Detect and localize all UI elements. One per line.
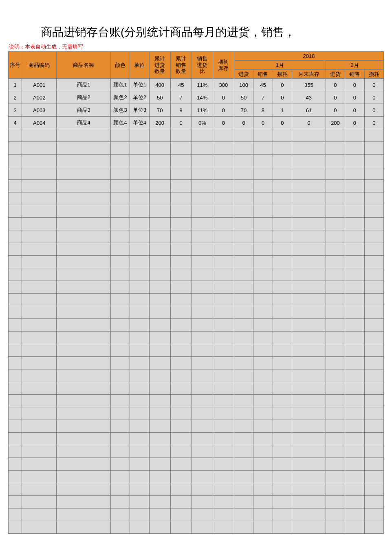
cell-empty bbox=[149, 395, 170, 407]
cell-empty bbox=[253, 420, 273, 433]
cell-cumIn: 70 bbox=[149, 104, 170, 117]
cell-empty bbox=[22, 433, 57, 445]
cell-empty bbox=[253, 167, 273, 180]
cell-empty bbox=[130, 332, 149, 344]
cell-empty bbox=[170, 281, 192, 294]
cell-empty bbox=[273, 420, 292, 433]
cell-empty bbox=[110, 167, 130, 180]
cell-empty bbox=[253, 319, 273, 332]
cell-empty bbox=[192, 205, 213, 218]
cell-empty bbox=[345, 508, 364, 521]
cell-empty bbox=[234, 357, 253, 369]
cell-empty bbox=[192, 483, 213, 496]
table-row-empty bbox=[9, 395, 384, 407]
cell-empty bbox=[213, 458, 234, 471]
cell-empty bbox=[130, 433, 149, 445]
cell-empty bbox=[130, 407, 149, 420]
cell-empty bbox=[22, 420, 57, 433]
cell-empty bbox=[253, 471, 273, 483]
cell-empty bbox=[192, 445, 213, 458]
cell-name: 商品4 bbox=[57, 117, 111, 129]
cell-unit: 单位2 bbox=[130, 91, 149, 104]
cell-empty bbox=[345, 445, 364, 458]
cell-empty bbox=[170, 294, 192, 306]
cell-empty bbox=[364, 344, 384, 357]
cell-empty bbox=[149, 471, 170, 483]
cell-empty bbox=[273, 445, 292, 458]
cell-empty bbox=[345, 471, 364, 483]
cell-empty bbox=[110, 369, 130, 382]
cell-empty bbox=[9, 445, 22, 458]
cell-empty bbox=[364, 155, 384, 167]
cell-empty bbox=[192, 142, 213, 155]
cell-empty bbox=[292, 243, 326, 256]
cell-empty bbox=[253, 205, 273, 218]
cell-empty bbox=[273, 155, 292, 167]
cell-seq: 2 bbox=[9, 91, 22, 104]
cell-unit: 单位1 bbox=[130, 79, 149, 91]
cell-empty bbox=[253, 521, 273, 534]
cell-empty bbox=[57, 155, 111, 167]
cell-cumOut: 45 bbox=[170, 79, 192, 91]
cell-empty bbox=[149, 332, 170, 344]
cell-empty bbox=[170, 420, 192, 433]
cell-empty bbox=[192, 407, 213, 420]
cell-empty bbox=[149, 458, 170, 471]
table-row-empty bbox=[9, 281, 384, 294]
cell-empty bbox=[273, 205, 292, 218]
note-text: 说明：本表自动生成，无需填写 bbox=[8, 43, 384, 51]
cell-empty bbox=[345, 268, 364, 281]
table-row-empty bbox=[9, 230, 384, 243]
cell-empty bbox=[273, 369, 292, 382]
cell-empty bbox=[22, 218, 57, 230]
cell-empty bbox=[253, 357, 273, 369]
header-color: 颜色 bbox=[110, 52, 130, 79]
cell-empty bbox=[130, 357, 149, 369]
cell-empty bbox=[234, 243, 253, 256]
cell-empty bbox=[9, 496, 22, 508]
cell-color: 颜色2 bbox=[110, 91, 130, 104]
cell-empty bbox=[364, 205, 384, 218]
cell-empty bbox=[234, 433, 253, 445]
cell-empty bbox=[110, 230, 130, 243]
cell-empty bbox=[326, 395, 345, 407]
cell-empty bbox=[9, 332, 22, 344]
table-header: 序号 商品编码 商品名称 颜色 单位 累计 进货 数量 累计 销售 数量 销售 … bbox=[9, 52, 384, 79]
cell-empty bbox=[273, 256, 292, 268]
cell-empty bbox=[22, 167, 57, 180]
cell-empty bbox=[110, 395, 130, 407]
cell-empty bbox=[149, 205, 170, 218]
cell-empty bbox=[273, 407, 292, 420]
cell-empty bbox=[234, 256, 253, 268]
cell-empty bbox=[170, 268, 192, 281]
cell-empty bbox=[273, 319, 292, 332]
cell-m2In: 0 bbox=[326, 91, 345, 104]
cell-empty bbox=[253, 243, 273, 256]
cell-empty bbox=[110, 357, 130, 369]
cell-cumIn: 50 bbox=[149, 91, 170, 104]
cell-empty bbox=[9, 256, 22, 268]
cell-empty bbox=[326, 205, 345, 218]
cell-empty bbox=[345, 256, 364, 268]
cell-empty bbox=[234, 420, 253, 433]
cell-empty bbox=[110, 407, 130, 420]
table-row-empty bbox=[9, 155, 384, 167]
cell-empty bbox=[234, 155, 253, 167]
cell-empty bbox=[130, 256, 149, 268]
cell-empty bbox=[9, 471, 22, 483]
cell-empty bbox=[326, 306, 345, 319]
cell-m2In: 0 bbox=[326, 104, 345, 117]
cell-empty bbox=[292, 407, 326, 420]
cell-empty bbox=[345, 521, 364, 534]
cell-empty bbox=[292, 268, 326, 281]
cell-empty bbox=[234, 369, 253, 382]
cell-empty bbox=[130, 192, 149, 205]
cell-seq: 1 bbox=[9, 79, 22, 91]
cell-empty bbox=[57, 218, 111, 230]
cell-empty bbox=[292, 433, 326, 445]
cell-empty bbox=[57, 268, 111, 281]
cell-empty bbox=[292, 192, 326, 205]
cell-empty bbox=[364, 294, 384, 306]
cell-empty bbox=[364, 167, 384, 180]
cell-empty bbox=[110, 281, 130, 294]
